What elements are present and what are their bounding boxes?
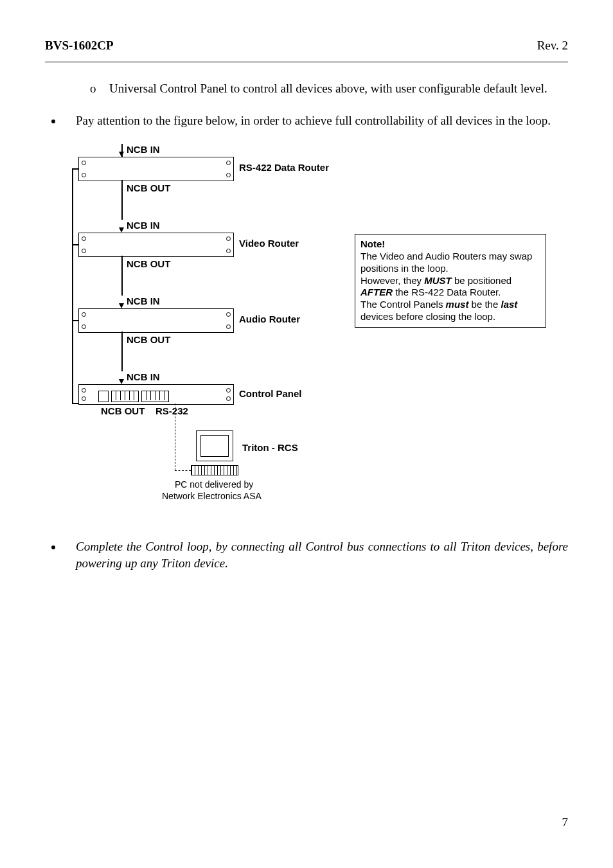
ncb-in-label-4: NCB IN — [127, 371, 160, 382]
device-rs422-router — [78, 157, 234, 181]
ncb-out-label-2: NCB OUT — [127, 258, 170, 269]
triton-rcs-label: Triton - RCS — [242, 442, 298, 453]
ncb-out-label-1: NCB OUT — [127, 182, 170, 193]
bullet-complete-loop: Complete the Control loop, by connecting… — [63, 538, 568, 571]
bullet-pay-attention: Pay attention to the figure below, in or… — [63, 112, 568, 129]
ncb-in-label-3: NCB IN — [127, 296, 160, 306]
device-audio-router — [78, 308, 234, 333]
doc-title: BVS-1602CP — [45, 39, 114, 53]
monitor-icon — [196, 430, 233, 461]
device-rs422-label: RS-422 Data Router — [239, 162, 329, 173]
ncb-in-label-2: NCB IN — [127, 220, 160, 231]
note-line-2: However, they MUST be positioned — [360, 275, 540, 287]
pc-note-line1: PC not delivered by — [175, 479, 253, 490]
control-panel-buttons-icon — [98, 391, 169, 402]
note-box: Note! The Video and Audio Routers may sw… — [355, 234, 546, 327]
note-line-1: The Video and Audio Routers may swap pos… — [360, 251, 540, 275]
keyboard-icon — [191, 465, 238, 475]
pc-note-line2: Network Electronics ASA — [162, 491, 262, 501]
device-video-label: Video Router — [239, 238, 299, 249]
page-number: 7 — [562, 815, 569, 829]
sub-bullet-universal-cp: Universal Control Panel to control all d… — [90, 80, 568, 97]
device-audio-label: Audio Router — [239, 314, 300, 324]
note-title: Note! — [360, 238, 540, 251]
page-header: BVS-1602CP Rev. 2 — [45, 39, 568, 62]
device-video-router — [78, 233, 234, 257]
rs232-label: RS-232 — [155, 405, 188, 416]
device-cp-label: Control Panel — [239, 388, 302, 399]
ncb-in-label: NCB IN — [127, 144, 160, 155]
note-line-3: AFTER the RS-422 Data Router. — [360, 287, 540, 299]
ncb-out-label-3: NCB OUT — [127, 334, 170, 345]
note-line-4: The Control Panels must be the last — [360, 299, 540, 311]
doc-revision: Rev. 2 — [537, 39, 568, 53]
loop-diagram: NCB IN RS-422 Data Router NCB OUT NCB IN… — [72, 144, 535, 523]
device-control-panel — [78, 384, 234, 405]
ncb-out-label-4: NCB OUT — [101, 405, 145, 416]
note-line-5: devices before closing the loop. — [360, 311, 540, 323]
